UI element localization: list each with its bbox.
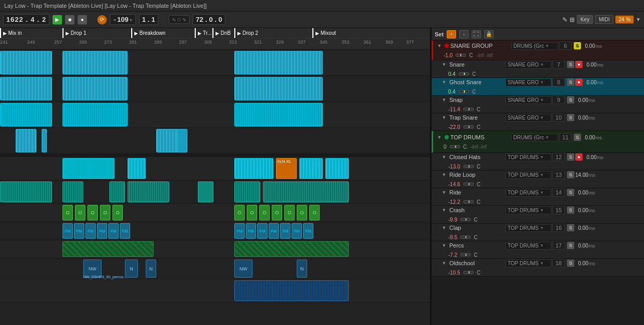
clip[interactable] bbox=[62, 51, 128, 74]
pan-knob[interactable] bbox=[463, 125, 474, 128]
clip[interactable] bbox=[234, 181, 260, 202]
set-view-btn[interactable]: ⛶ bbox=[472, 30, 481, 38]
clip-o[interactable]: O bbox=[297, 205, 307, 220]
section-tr[interactable]: ▶ Tr... bbox=[195, 28, 214, 38]
arrow-right-btn[interactable]: ▸ bbox=[130, 17, 133, 22]
zoom-button[interactable]: 24 % bbox=[615, 16, 634, 23]
clip[interactable] bbox=[234, 77, 323, 100]
expand-snare-group[interactable]: ▼ bbox=[435, 42, 444, 50]
clip[interactable] bbox=[234, 103, 323, 126]
clip[interactable] bbox=[325, 158, 349, 179]
solo-btn[interactable]: S bbox=[574, 134, 581, 141]
timesig-display[interactable]: 1 . 1 bbox=[139, 14, 158, 25]
clip-o[interactable]: O bbox=[87, 205, 98, 220]
set-add-btn[interactable]: + bbox=[447, 30, 456, 38]
clip-fm[interactable]: FM bbox=[97, 223, 107, 239]
expand-snap[interactable]: ▼ bbox=[440, 96, 448, 104]
set-minus-btn[interactable]: - bbox=[459, 30, 469, 38]
rec-btn[interactable]: ● bbox=[575, 153, 583, 161]
clip[interactable] bbox=[62, 103, 128, 126]
clip-o[interactable]: O bbox=[112, 205, 123, 220]
diamond-clip[interactable] bbox=[62, 241, 154, 257]
expand-crash[interactable]: ▼ bbox=[440, 206, 448, 214]
pan-knob[interactable] bbox=[463, 200, 474, 203]
clip[interactable] bbox=[16, 129, 36, 152]
clip[interactable] bbox=[234, 158, 273, 179]
track-item-trap-snare[interactable]: ▼ Trap Snare SNARE GRO▼ 10 S 0.00ms bbox=[432, 113, 644, 131]
clip[interactable] bbox=[128, 158, 146, 179]
track-send-oldschool[interactable]: TOP DRUMS▼ bbox=[506, 259, 551, 267]
track-send-crash[interactable]: TOP DRUMS▼ bbox=[506, 206, 551, 214]
section-breakdown[interactable]: ▶ Breakdown bbox=[131, 28, 168, 38]
solo-btn[interactable]: S bbox=[567, 153, 574, 161]
clip-o[interactable]: O bbox=[100, 205, 110, 220]
clip-fm[interactable]: FM bbox=[269, 223, 279, 239]
clip[interactable] bbox=[234, 51, 323, 74]
track-send-percs[interactable]: TOP DRUMS▼ bbox=[506, 242, 551, 250]
clip-fm[interactable]: FM bbox=[62, 223, 73, 239]
clip[interactable] bbox=[0, 103, 52, 126]
pan-knob[interactable] bbox=[456, 54, 466, 57]
pan-knob[interactable] bbox=[459, 72, 469, 75]
track-send-top-drums[interactable]: DRUMS (Grc▼ bbox=[511, 134, 558, 141]
loop-button[interactable]: ⟳ bbox=[97, 15, 107, 24]
clip[interactable] bbox=[109, 181, 125, 202]
clip-nw[interactable]: NW bbox=[234, 259, 252, 278]
track-send-snare[interactable]: SNARE GRO▼ bbox=[506, 61, 551, 69]
expand-oldschool[interactable]: ▼ bbox=[440, 259, 448, 267]
clip-n[interactable]: N bbox=[146, 259, 156, 278]
clip-n[interactable]: N bbox=[125, 259, 138, 278]
wave-clip[interactable] bbox=[234, 280, 349, 301]
expand-closed-hats[interactable]: ▼ bbox=[440, 153, 448, 161]
pan-knob[interactable] bbox=[460, 218, 471, 221]
expand-percs[interactable]: ▼ bbox=[440, 241, 448, 250]
solo-btn[interactable]: S bbox=[567, 189, 574, 196]
clip[interactable] bbox=[198, 181, 213, 202]
expand-ride-loop[interactable]: ▼ bbox=[440, 171, 448, 179]
pan-knob[interactable] bbox=[463, 165, 474, 168]
track-item-ride-loop[interactable]: ▼ Ride Loop TOP DRUMS▼ 13 S 14.00ms bbox=[432, 171, 644, 188]
clip-fm[interactable]: FM bbox=[85, 223, 96, 239]
track-item-crash[interactable]: ▼ Crash TOP DRUMS▼ 15 S 0.00ms bbox=[432, 206, 644, 224]
arrow-left-btn[interactable]: ◂ bbox=[113, 17, 116, 22]
clip[interactable] bbox=[0, 77, 52, 100]
section-drop1[interactable]: ▶ Drop 1 bbox=[62, 28, 89, 38]
track-item-snap[interactable]: ▼ Snap SNARE GRO▼ 9 S 0.00ms bbox=[432, 96, 644, 113]
clip-o[interactable]: O bbox=[309, 205, 320, 220]
track-item-ghost-snare[interactable]: ▼ Ghost Snare SNARE GRO▼ 8 S ● 0.00ms bbox=[432, 78, 644, 96]
pan-knob[interactable] bbox=[463, 108, 474, 111]
clip-o[interactable]: O bbox=[75, 205, 85, 220]
clip-fm[interactable]: FM bbox=[280, 223, 291, 239]
expand-ghost-snare[interactable]: ▼ bbox=[440, 78, 448, 86]
key-value-display[interactable]: 72 . 0 . 0 bbox=[193, 14, 225, 25]
clip[interactable] bbox=[0, 51, 52, 74]
clip-fm[interactable]: FM bbox=[303, 223, 313, 239]
clip-o[interactable]: O bbox=[62, 205, 73, 220]
clip-orange[interactable]: XLN XL bbox=[276, 158, 297, 179]
clip[interactable] bbox=[177, 129, 187, 152]
rec-btn[interactable]: ● bbox=[575, 61, 583, 68]
expand-ride[interactable]: ▼ bbox=[440, 188, 448, 197]
solo-btn[interactable]: S bbox=[567, 96, 574, 103]
solo-btn[interactable]: S bbox=[567, 206, 574, 214]
pan-knob[interactable] bbox=[460, 236, 471, 239]
clip-n[interactable]: N bbox=[297, 259, 307, 278]
clip[interactable] bbox=[299, 158, 323, 179]
expand-trap-snare[interactable]: ▼ bbox=[440, 113, 448, 122]
track-item-clap[interactable]: ▼ Clap TOP DRUMS▼ 16 S 0.00ms bbox=[432, 224, 644, 241]
clip-fm[interactable]: FM bbox=[120, 223, 130, 239]
play-button[interactable]: ▶ bbox=[53, 15, 62, 24]
pan-knob[interactable] bbox=[463, 271, 474, 274]
solo-btn[interactable]: S bbox=[567, 61, 574, 68]
solo-btn[interactable]: S bbox=[567, 259, 574, 267]
clip-fm[interactable]: FM bbox=[74, 223, 84, 239]
pan-knob[interactable] bbox=[463, 183, 474, 186]
clip[interactable] bbox=[62, 181, 83, 202]
track-item-oldschool[interactable]: ▼ Oldschool TOP DRUMS▼ 18 S 0.00ms bbox=[432, 259, 644, 277]
track-send-closed-hats[interactable]: TOP DRUMS▼ bbox=[506, 153, 551, 161]
solo-btn[interactable]: S bbox=[567, 114, 574, 121]
clip-fm[interactable]: FM bbox=[246, 223, 256, 239]
clip-fm[interactable]: FM bbox=[234, 223, 245, 239]
solo-btn[interactable]: S bbox=[567, 242, 574, 249]
grid-icon[interactable]: ⊞ bbox=[570, 16, 575, 23]
